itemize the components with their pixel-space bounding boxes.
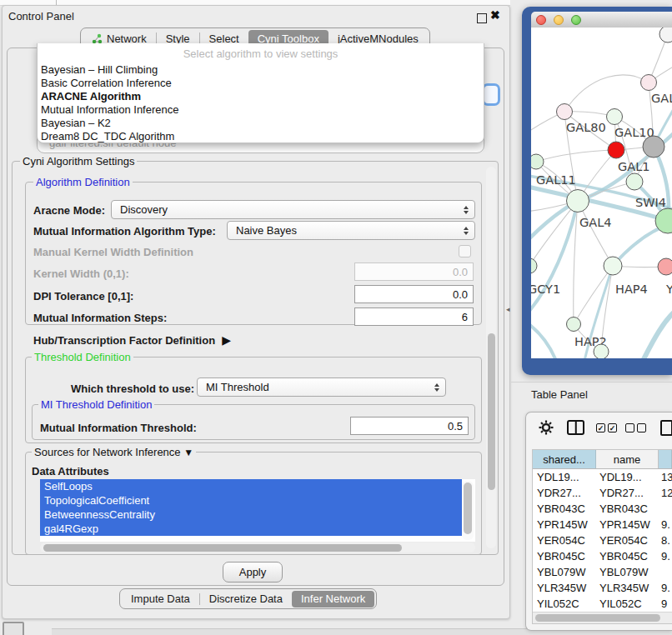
new-table-icon[interactable] bbox=[660, 420, 672, 436]
tab-infer-network[interactable]: Infer Network bbox=[292, 591, 374, 608]
network-node[interactable] bbox=[608, 142, 624, 158]
tab-discretize-data[interactable]: Discretize Data bbox=[200, 591, 292, 608]
table-row[interactable]: YER054CYER054C8. bbox=[533, 532, 672, 548]
manual-kernel-checkbox[interactable] bbox=[459, 245, 471, 258]
sources-legend[interactable]: Sources for Network Inference ▼ bbox=[32, 447, 196, 458]
mi-threshold-input[interactable]: 0.5 bbox=[350, 417, 469, 435]
mi-steps-input[interactable]: 6 bbox=[354, 308, 474, 326]
network-node[interactable] bbox=[659, 28, 672, 42]
dropdown-item[interactable]: ARACNE Algorithm bbox=[38, 90, 484, 103]
unchecked-box-icon bbox=[625, 423, 634, 432]
splitpane-grip-icon[interactable]: ◂ bbox=[506, 305, 510, 313]
column-header-shared-name[interactable]: shared... bbox=[533, 450, 596, 468]
settings-scrollbar-track[interactable] bbox=[486, 167, 496, 548]
network-window-titlebar[interactable] bbox=[531, 12, 672, 28]
table-cell: YDL19... bbox=[533, 471, 596, 483]
checked-box-icon: ✓ bbox=[596, 423, 605, 432]
table-hscrollbar-track[interactable] bbox=[533, 612, 672, 623]
network-node[interactable] bbox=[567, 318, 581, 332]
network-node[interactable] bbox=[658, 258, 672, 275]
float-panel-icon[interactable] bbox=[477, 13, 487, 23]
mi-type-combo[interactable]: Naive Bayes bbox=[227, 221, 475, 240]
table-header-row: shared... name bbox=[533, 450, 672, 469]
apply-button[interactable]: Apply bbox=[223, 562, 283, 582]
dropdown-item[interactable]: Bayesian – Hill Climbing bbox=[38, 63, 484, 77]
settings-hscrollbar-track[interactable] bbox=[40, 542, 475, 552]
close-icon[interactable]: ✖ bbox=[490, 8, 500, 22]
attribute-list-item[interactable]: BetweennessCentrality bbox=[40, 508, 462, 522]
table-row[interactable]: YPR145WYPR145W9. bbox=[533, 517, 672, 532]
hub-definition-label: Hub/Transcription Factor Definition bbox=[33, 334, 215, 347]
column-header-name[interactable]: name bbox=[596, 450, 659, 468]
close-traffic-light-icon[interactable] bbox=[536, 15, 546, 25]
network-node[interactable] bbox=[531, 258, 537, 273]
mi-threshold-value: 0.5 bbox=[448, 420, 463, 432]
network-node[interactable] bbox=[607, 109, 623, 125]
network-node[interactable] bbox=[643, 136, 664, 158]
clear-all-checks-button[interactable] bbox=[625, 423, 646, 432]
table-row[interactable]: YBR043CYBR043C bbox=[533, 501, 672, 517]
hub-definition-expander[interactable]: Hub/Transcription Factor Definition ▶ bbox=[33, 333, 231, 347]
aracne-mode-combo[interactable]: Discovery bbox=[111, 200, 475, 219]
algorithm-dropdown-popup: Select algorithm to view settings Bayesi… bbox=[37, 43, 484, 143]
network-edge[interactable] bbox=[536, 150, 616, 162]
data-attributes-label: Data Attributes bbox=[32, 465, 109, 478]
zoom-traffic-light-icon[interactable] bbox=[571, 15, 581, 25]
data-attributes-list[interactable]: SelfLoopsTopologicalCoefficientBetweenne… bbox=[40, 479, 475, 542]
attributes-scrollbar-track[interactable] bbox=[462, 481, 474, 540]
network-node[interactable] bbox=[594, 344, 609, 358]
network-node[interactable] bbox=[557, 104, 573, 120]
gear-icon bbox=[539, 420, 554, 435]
network-svg[interactable]: GALGAL80GAL10GAL1GAL11SWI4GAL4GCY1HAP4YH… bbox=[531, 28, 672, 358]
network-edge[interactable] bbox=[643, 312, 672, 358]
dropdown-item[interactable]: Dream8 DC_TDC Algorithm bbox=[38, 130, 484, 143]
table-row[interactable]: YBR045CYBR045C9. bbox=[533, 548, 672, 564]
dpi-tolerance-input[interactable]: 0.0 bbox=[354, 285, 474, 303]
attributes-scrollbar-thumb[interactable] bbox=[464, 482, 472, 534]
table-cell: 9. bbox=[659, 582, 672, 594]
dropdown-item[interactable]: Basic Correlation Inference bbox=[38, 77, 484, 90]
network-node-label: GCY1 bbox=[531, 282, 560, 296]
network-canvas[interactable]: GALGAL80GAL10GAL1GAL11SWI4GAL4GCY1HAP4YH… bbox=[531, 28, 672, 358]
column-header-partial[interactable] bbox=[659, 450, 672, 468]
network-node[interactable] bbox=[531, 154, 544, 169]
table-cell: 9. bbox=[659, 550, 672, 562]
attribute-list-item[interactable]: TopologicalCoefficient bbox=[40, 493, 462, 508]
table-cell: YLR345W bbox=[533, 582, 596, 594]
kernel-width-input[interactable]: 0.0 bbox=[354, 262, 474, 281]
dropdown-item[interactable]: Mutual Information Inference bbox=[38, 103, 484, 117]
focused-combo-fragment[interactable] bbox=[482, 83, 500, 106]
settings-scrollbar-thumb[interactable] bbox=[488, 333, 495, 490]
kernel-width-value: 0.0 bbox=[453, 266, 468, 278]
network-node[interactable] bbox=[604, 257, 622, 275]
settings-hscrollbar-thumb[interactable] bbox=[43, 544, 402, 552]
minimize-traffic-light-icon[interactable] bbox=[554, 15, 564, 25]
table-row[interactable]: YLR345WYLR345W9. bbox=[533, 580, 672, 596]
table-cell: YBR045C bbox=[533, 550, 596, 562]
control-panel-title: Control Panel bbox=[8, 10, 74, 22]
attribute-list-item[interactable]: SelfLoops bbox=[40, 479, 462, 493]
tab-impute-data[interactable]: Impute Data bbox=[122, 591, 199, 608]
table-hscrollbar-thumb[interactable] bbox=[535, 614, 660, 622]
table-cell: YDL19... bbox=[596, 471, 659, 483]
table-cell: YLR345W bbox=[596, 582, 659, 594]
table-row[interactable]: YIL052CYIL052C9 bbox=[533, 596, 672, 612]
select-all-checks-button[interactable]: ✓ ✓ bbox=[596, 423, 617, 432]
dropdown-item[interactable]: Bayesian – K2 bbox=[38, 117, 484, 130]
node-table: shared... name YDL19...YDL19...13YDR27..… bbox=[532, 449, 672, 624]
which-threshold-combo[interactable]: MI Threshold bbox=[197, 378, 446, 397]
network-edge[interactable] bbox=[574, 266, 613, 324]
network-node[interactable] bbox=[626, 173, 643, 190]
table-cell: YER054C bbox=[533, 534, 596, 547]
network-node[interactable] bbox=[641, 75, 657, 91]
table-row[interactable]: YDL19...YDL19...13 bbox=[533, 469, 672, 485]
table-row[interactable]: YDR27...YDR27...12 bbox=[533, 485, 672, 501]
docked-panel-icon[interactable] bbox=[3, 622, 24, 635]
table-settings-button[interactable] bbox=[539, 420, 554, 438]
network-edge[interactable] bbox=[531, 321, 556, 358]
network-edge[interactable] bbox=[564, 75, 649, 112]
split-columns-icon[interactable] bbox=[567, 420, 584, 435]
attribute-list-item[interactable]: gal4RGexp bbox=[40, 522, 462, 536]
network-node[interactable] bbox=[567, 190, 589, 212]
table-row[interactable]: YBL079WYBL079W bbox=[533, 564, 672, 580]
